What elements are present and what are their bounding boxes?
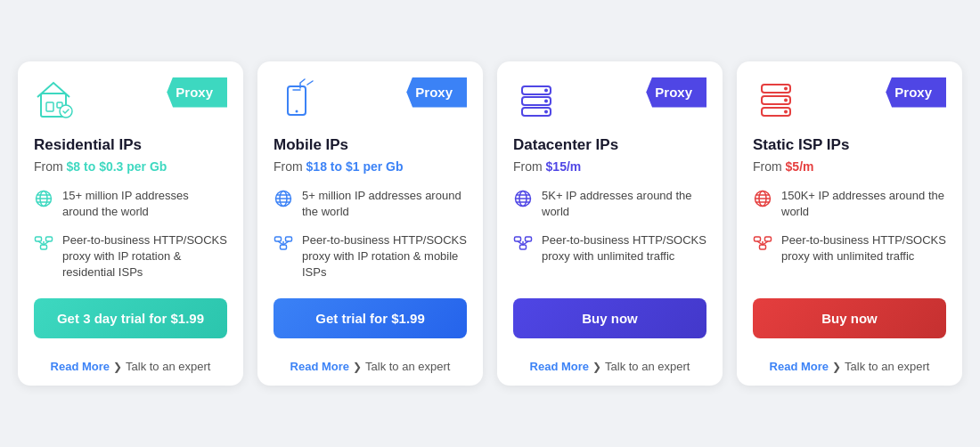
feature-text: Peer-to-business HTTP/SOCKS proxy with u…: [781, 232, 946, 264]
read-more-link[interactable]: Read More: [530, 360, 589, 373]
globe-feature-icon: [513, 189, 533, 208]
svg-rect-1: [46, 102, 53, 111]
card-title: Datacenter IPs: [513, 136, 706, 154]
card-title: Static ISP IPs: [753, 136, 946, 154]
card-features: 15+ million IP addresses around the worl…: [34, 188, 227, 281]
proxy-badge: Proxy: [406, 77, 467, 108]
svg-rect-9: [36, 237, 42, 241]
footer-separator: ❯: [353, 361, 362, 373]
svg-point-34: [544, 110, 548, 113]
talk-to-expert-link[interactable]: Talk to an expert: [605, 360, 690, 373]
network-feature-icon: [34, 233, 53, 253]
network-feature-icon: [753, 233, 772, 253]
proxy-badge: Proxy: [646, 77, 706, 108]
card-price: From $5/m: [753, 159, 946, 174]
cta-button[interactable]: Get 3 day trial for $1.99: [34, 298, 227, 338]
feature-item: 150K+ IP addresses around the world: [753, 188, 946, 220]
card-features: 150K+ IP addresses around the world Peer…: [753, 188, 946, 281]
card-footer: Read More ❯ Talk to an expert: [18, 351, 243, 386]
svg-rect-40: [515, 237, 521, 241]
static-isp-icon: [753, 77, 799, 124]
feature-item: 15+ million IP addresses around the worl…: [34, 188, 227, 220]
svg-rect-42: [520, 245, 527, 249]
feature-text: Peer-to-business HTTP/SOCKS proxy with I…: [62, 232, 227, 281]
feature-text: 150K+ IP addresses around the world: [781, 188, 946, 220]
feature-item: Peer-to-business HTTP/SOCKS proxy with I…: [34, 232, 227, 281]
talk-to-expert-link[interactable]: Talk to an expert: [126, 360, 210, 373]
read-more-link[interactable]: Read More: [770, 360, 829, 373]
read-more-link[interactable]: Read More: [290, 360, 349, 373]
card-body: Static ISP IPs From $5/m 150K+ IP addres…: [737, 124, 962, 299]
read-more-link[interactable]: Read More: [51, 360, 110, 373]
feature-text: 5K+ IP addresses around the world: [542, 188, 706, 220]
network-feature-icon: [513, 233, 533, 253]
card-body: Datacenter IPs From $15/m 5K+ IP address…: [497, 124, 723, 299]
card-features: 5K+ IP addresses around the world Peer-t…: [513, 188, 706, 281]
svg-point-33: [544, 99, 548, 102]
card-top: Proxy: [737, 61, 962, 124]
feature-item: Peer-to-business HTTP/SOCKS proxy with u…: [513, 232, 706, 264]
feature-item: Peer-to-business HTTP/SOCKS proxy with u…: [753, 232, 946, 264]
card-top: Proxy: [257, 61, 483, 124]
svg-rect-10: [46, 237, 53, 241]
residential-icon: [34, 77, 80, 124]
svg-rect-41: [526, 237, 532, 241]
card-title: Residential IPs: [34, 136, 227, 154]
card-footer: Read More ❯ Talk to an expert: [257, 351, 483, 386]
svg-point-51: [784, 110, 788, 113]
feature-item: 5+ million IP addresses around the world: [274, 188, 467, 220]
feature-text: 15+ million IP addresses around the worl…: [62, 188, 227, 220]
cta-button[interactable]: Buy now: [753, 298, 946, 338]
card-price: From $15/m: [513, 159, 706, 174]
card-top: Proxy: [497, 61, 723, 124]
svg-point-17: [296, 110, 298, 112]
footer-separator: ❯: [113, 361, 122, 373]
svg-point-32: [544, 88, 548, 92]
cta-button[interactable]: Get trial for $1.99: [274, 298, 467, 338]
svg-point-50: [784, 98, 788, 102]
card-body: Residential IPs From $8 to $0.3 per Gb 1…: [18, 124, 243, 299]
cards-container: Proxy Residential IPs From $8 to $0.3 pe…: [18, 61, 962, 386]
card-datacenter: Proxy Datacenter IPs From $15/m 5K+: [497, 61, 723, 386]
feature-text: 5+ million IP addresses around the world: [302, 188, 467, 220]
feature-item: Peer-to-business HTTP/SOCKS proxy with I…: [274, 232, 467, 281]
mobile-icon: [274, 77, 320, 124]
footer-separator: ❯: [832, 361, 841, 373]
card-footer: Read More ❯ Talk to an expert: [497, 351, 723, 386]
talk-to-expert-link[interactable]: Talk to an expert: [845, 360, 929, 373]
card-price: From $8 to $0.3 per Gb: [34, 159, 227, 174]
datacenter-icon: [513, 77, 559, 124]
card-top: Proxy: [18, 61, 243, 124]
card-mobile: Proxy Mobile IPs From $18 to $1 per Gb: [257, 61, 483, 386]
footer-separator: ❯: [592, 361, 601, 373]
cta-button[interactable]: Buy now: [513, 298, 706, 338]
svg-rect-23: [275, 237, 282, 241]
svg-rect-57: [755, 237, 761, 241]
svg-rect-11: [41, 245, 47, 249]
proxy-badge: Proxy: [886, 77, 946, 108]
talk-to-expert-link[interactable]: Talk to an expert: [365, 360, 450, 373]
card-residential: Proxy Residential IPs From $8 to $0.3 pe…: [18, 61, 243, 386]
card-price: From $18 to $1 per Gb: [274, 159, 467, 174]
svg-rect-58: [765, 237, 772, 241]
globe-feature-icon: [753, 189, 772, 208]
card-static-isp: Proxy Static ISP IPs From $5/m 150K: [737, 61, 962, 386]
card-title: Mobile IPs: [274, 136, 467, 154]
card-body: Mobile IPs From $18 to $1 per Gb 5+ mill…: [257, 124, 483, 299]
svg-point-49: [784, 86, 788, 90]
proxy-badge: Proxy: [167, 77, 227, 108]
globe-feature-icon: [274, 189, 293, 208]
card-features: 5+ million IP addresses around the world…: [274, 188, 467, 281]
card-footer: Read More ❯ Talk to an expert: [737, 351, 962, 386]
network-feature-icon: [274, 233, 293, 253]
svg-rect-59: [760, 245, 766, 249]
globe-feature-icon: [34, 189, 53, 208]
feature-item: 5K+ IP addresses around the world: [513, 188, 706, 220]
svg-rect-25: [281, 245, 287, 249]
feature-text: Peer-to-business HTTP/SOCKS proxy with u…: [542, 232, 706, 264]
svg-rect-24: [286, 237, 292, 241]
feature-text: Peer-to-business HTTP/SOCKS proxy with I…: [302, 232, 467, 281]
